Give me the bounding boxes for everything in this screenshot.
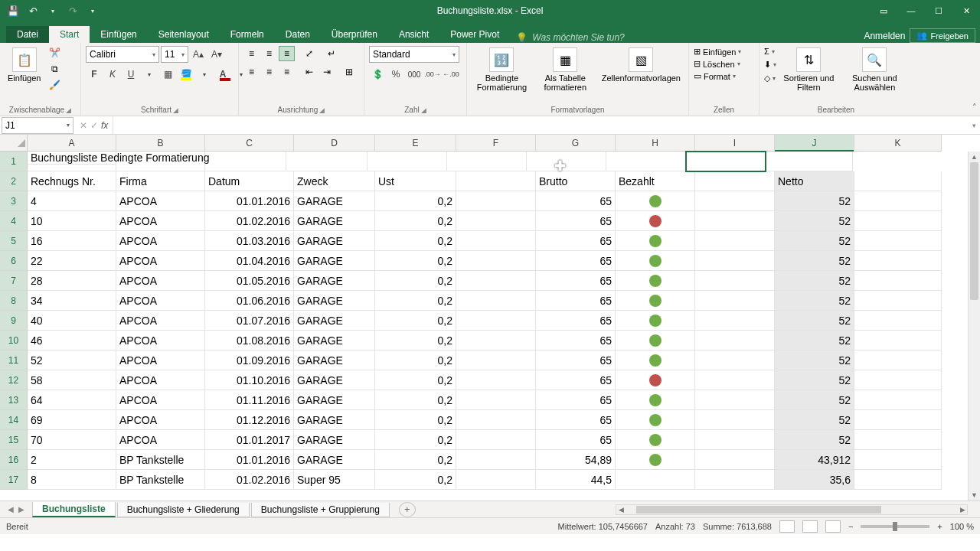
cell-A5[interactable]: 16 xyxy=(28,231,116,251)
cell-F5[interactable] xyxy=(456,231,536,251)
col-header-D[interactable]: D xyxy=(294,135,375,151)
cell-I13[interactable] xyxy=(695,390,775,410)
row-header-8[interactable]: 8 xyxy=(0,291,28,311)
conditional-formatting-button[interactable]: 🔢Bedingte Formatierung xyxy=(472,46,532,93)
cell-B11[interactable]: APCOA xyxy=(116,350,205,370)
cell-J3[interactable]: 52 xyxy=(775,191,854,211)
cell-I11[interactable] xyxy=(695,350,775,370)
cell-G8[interactable]: 65 xyxy=(536,291,616,311)
cell-B8[interactable]: APCOA xyxy=(116,291,205,311)
zoom-in-icon[interactable]: + xyxy=(937,522,942,531)
undo-icon[interactable]: ↶ xyxy=(26,4,40,18)
cell-D14[interactable]: GARAGE xyxy=(294,410,375,430)
cell-C13[interactable]: 01.11.2016 xyxy=(205,390,294,410)
view-layout-icon[interactable] xyxy=(802,520,818,533)
cell-K11[interactable] xyxy=(854,350,942,370)
comma-icon[interactable]: 000 xyxy=(406,66,423,83)
align-left-icon[interactable]: ≡ xyxy=(243,64,260,80)
cell-E7[interactable]: 0,2 xyxy=(375,271,456,291)
cell-H5[interactable] xyxy=(616,231,695,251)
cell-F14[interactable] xyxy=(456,410,536,430)
cell-I2[interactable] xyxy=(695,171,775,191)
cell-A4[interactable]: 10 xyxy=(28,211,116,231)
cell-E9[interactable]: 0,2 xyxy=(375,311,456,331)
row-header-2[interactable]: 2 xyxy=(0,171,28,191)
cell-D8[interactable]: GARAGE xyxy=(294,291,375,311)
hscroll-left-icon[interactable]: ◀ xyxy=(616,506,626,514)
cell-I4[interactable] xyxy=(695,211,775,231)
cell-C11[interactable]: 01.09.2016 xyxy=(205,350,294,370)
sort-filter-button[interactable]: ⇅Sortieren und Filtern xyxy=(779,46,838,93)
row-header-11[interactable]: 11 xyxy=(0,350,28,370)
cell-J2[interactable]: Netto xyxy=(775,171,854,191)
copy-icon[interactable]: ⧉ xyxy=(47,62,62,76)
cell-A7[interactable]: 28 xyxy=(28,271,116,291)
cell-H9[interactable] xyxy=(616,311,695,331)
cell-K5[interactable] xyxy=(854,231,942,251)
font-size-combo[interactable]: 11▾ xyxy=(161,46,188,63)
cell-G9[interactable]: 65 xyxy=(536,311,616,331)
cell-H1[interactable] xyxy=(527,152,606,171)
cell-D1[interactable] xyxy=(205,152,286,171)
cell-I8[interactable] xyxy=(695,291,775,311)
cell-F11[interactable] xyxy=(456,350,536,370)
col-header-K[interactable]: K xyxy=(854,135,942,151)
cell-G1[interactable] xyxy=(447,152,527,171)
scroll-thumb[interactable] xyxy=(970,162,978,300)
cell-G2[interactable]: Brutto xyxy=(536,171,616,191)
cell-F15[interactable] xyxy=(456,430,536,450)
vertical-scrollbar[interactable]: ▲ ▼ xyxy=(968,152,980,500)
cell-J16[interactable]: 43,912 xyxy=(775,450,854,470)
cell-B14[interactable]: APCOA xyxy=(116,410,205,430)
hscroll-thumb[interactable] xyxy=(636,506,881,514)
fill-button[interactable]: ⬇▾ xyxy=(764,59,776,70)
sheet-tab[interactable]: Buchungsliste + Gliederung xyxy=(117,503,250,517)
format-cells-button[interactable]: ▭ Format ▾ xyxy=(694,70,736,82)
cell-B3[interactable]: APCOA xyxy=(116,191,205,211)
decrease-decimal-icon[interactable]: ←.00 xyxy=(443,66,459,83)
cell-C9[interactable]: 01.07.2016 xyxy=(205,311,294,331)
cell-C16[interactable]: 01.01.2016 xyxy=(205,450,294,470)
cell-I7[interactable] xyxy=(695,271,775,291)
cell-A10[interactable]: 46 xyxy=(28,331,116,350)
cell-D10[interactable]: GARAGE xyxy=(294,331,375,350)
tab-ansicht[interactable]: Ansicht xyxy=(388,26,439,43)
cell-A1[interactable]: Buchungsliste Bedingte Formatierung xyxy=(28,152,116,165)
cell-B13[interactable]: APCOA xyxy=(116,390,205,410)
paste-button[interactable]: 📋 Einfügen xyxy=(5,46,44,84)
row-header-13[interactable]: 13 xyxy=(0,390,28,410)
fill-color-icon[interactable]: 🪣 xyxy=(178,66,194,83)
cell-K1[interactable] xyxy=(766,152,853,171)
cell-C12[interactable]: 01.10.2016 xyxy=(205,370,294,390)
cell-B15[interactable]: APCOA xyxy=(116,430,205,450)
cell-B9[interactable]: APCOA xyxy=(116,311,205,331)
cell-A6[interactable]: 22 xyxy=(28,251,116,271)
row-header-14[interactable]: 14 xyxy=(0,410,28,430)
cell-E11[interactable]: 0,2 xyxy=(375,350,456,370)
tell-me-box[interactable]: 💡 Was möchten Sie tun? xyxy=(516,32,625,43)
cell-J5[interactable]: 52 xyxy=(775,231,854,251)
cell-G14[interactable]: 65 xyxy=(536,410,616,430)
cell-K6[interactable] xyxy=(854,251,942,271)
cell-G4[interactable]: 65 xyxy=(536,211,616,231)
cell-E3[interactable]: 0,2 xyxy=(375,191,456,211)
cell-H16[interactable] xyxy=(616,450,695,470)
cell-F17[interactable] xyxy=(456,470,536,490)
cell-E16[interactable]: 0,2 xyxy=(375,450,456,470)
col-header-F[interactable]: F xyxy=(456,135,536,151)
cell-I14[interactable] xyxy=(695,410,775,430)
cell-H13[interactable] xyxy=(616,390,695,410)
formula-input[interactable] xyxy=(113,117,968,134)
cell-I16[interactable] xyxy=(695,450,775,470)
cell-K17[interactable] xyxy=(854,470,942,490)
row-header-7[interactable]: 7 xyxy=(0,271,28,291)
ribbon-options-icon[interactable]: ▭ xyxy=(870,0,897,21)
cell-A14[interactable]: 69 xyxy=(28,410,116,430)
cell-H4[interactable] xyxy=(616,211,695,231)
cell-E14[interactable]: 0,2 xyxy=(375,410,456,430)
cell-G15[interactable]: 65 xyxy=(536,430,616,450)
cell-D11[interactable]: GARAGE xyxy=(294,350,375,370)
cell-G11[interactable]: 65 xyxy=(536,350,616,370)
cell-E8[interactable]: 0,2 xyxy=(375,291,456,311)
cut-icon[interactable]: ✂️ xyxy=(47,46,62,60)
